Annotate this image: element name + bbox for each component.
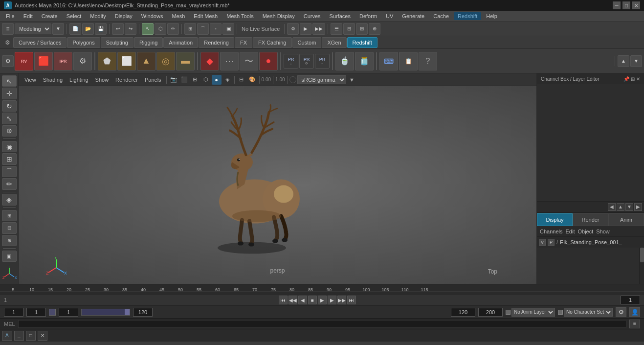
layers-label[interactable]: Channels	[540, 229, 562, 234]
menu-generate[interactable]: Generate	[398, 12, 428, 20]
ch-scroll-left[interactable]: ◀	[608, 203, 616, 211]
menu-surfaces[interactable]: Surfaces	[326, 12, 355, 20]
grid-layout[interactable]: ⊞	[2, 210, 17, 221]
step-back-btn[interactable]: ◀◀	[289, 296, 297, 304]
ch-scroll-right[interactable]: ▶	[634, 203, 642, 211]
ws-fx-caching[interactable]: FX Caching	[253, 37, 291, 48]
menu-modify[interactable]: Modify	[86, 12, 110, 20]
menu-windows[interactable]: Windows	[137, 12, 167, 20]
shelf-poly-cone[interactable]: ▲	[137, 52, 155, 70]
render-settings-btn[interactable]: ⚙	[287, 23, 299, 35]
paint-tool[interactable]: ✏	[2, 178, 17, 189]
ws-animation[interactable]: Animation	[163, 37, 198, 48]
play-forward-btn[interactable]: ▶	[318, 296, 327, 304]
lasso-tool[interactable]: ⌒	[2, 166, 17, 177]
prev-frame-btn[interactable]: ◀	[298, 296, 307, 304]
options-label[interactable]: Object	[577, 229, 593, 234]
range-slider-handle[interactable]	[125, 309, 130, 315]
move-tool[interactable]: ✛	[2, 88, 17, 99]
panel-expand-btn[interactable]: ⊞	[631, 76, 635, 82]
show-manipulator[interactable]: ◈	[2, 194, 17, 205]
lighting-menu[interactable]: Lighting	[67, 77, 91, 83]
workspace-dropdown[interactable]: Modeling	[15, 23, 51, 34]
frame-playback-start-input[interactable]	[26, 308, 46, 317]
frame-selected[interactable]: ⊕	[2, 235, 17, 246]
ws-rigging[interactable]: Rigging	[134, 37, 163, 48]
ws-rendering[interactable]: Rendering	[199, 37, 234, 48]
frame-input[interactable]	[621, 296, 640, 304]
menu-edit[interactable]: Edit	[20, 12, 37, 20]
menu-deform[interactable]: Deform	[355, 12, 381, 20]
new-scene-btn[interactable]: 📄	[69, 23, 81, 35]
tab-anim[interactable]: Anim	[608, 213, 644, 226]
shelf-render-icon[interactable]: 🫙	[355, 52, 374, 70]
rotate-tool[interactable]: ↻	[2, 100, 17, 112]
redo-btn[interactable]: ↪	[125, 23, 136, 35]
shelf-icon-1[interactable]: 🟥	[34, 52, 53, 70]
menu-cache[interactable]: Cache	[429, 12, 453, 20]
workspace-gear-btn[interactable]: ⚙	[2, 37, 13, 48]
gamma-dropdown-arrow[interactable]: ▼	[347, 75, 357, 85]
shelf-pr-btn-1[interactable]: PR↓	[284, 54, 298, 69]
ch-scroll-down[interactable]: ▼	[625, 203, 633, 211]
workspace-dropdown-arrow[interactable]: ▼	[52, 23, 64, 35]
wireframe-toggle[interactable]: ⬡	[201, 75, 211, 85]
snap-tool[interactable]: ⊞	[2, 153, 17, 164]
isolate-toggle[interactable]: ⊟	[237, 75, 246, 85]
snap-surface-btn[interactable]: ▣	[222, 23, 234, 35]
save-scene-btn[interactable]: 💾	[95, 23, 107, 35]
menu-display[interactable]: Display	[111, 12, 136, 20]
shelf-pr-btn-2[interactable]: PR⟳	[299, 54, 314, 69]
shelf-rs-sphere[interactable]: ●	[259, 52, 278, 70]
render-region[interactable]: ▣	[2, 251, 17, 262]
menu-select[interactable]: Select	[63, 12, 86, 20]
playback-end-input[interactable]	[451, 308, 475, 317]
snap-grid-btn[interactable]: ⊞	[184, 23, 196, 35]
color-display[interactable]: 🎨	[247, 75, 257, 85]
go-to-start-btn[interactable]: ⏮	[279, 296, 288, 304]
shelf-rv-icon[interactable]: RV	[15, 52, 33, 70]
ws-redshift[interactable]: Redshift	[347, 37, 378, 48]
ws-fx[interactable]: FX	[235, 37, 252, 48]
shelf-poly-sphere[interactable]: ⬟	[98, 52, 116, 70]
snap-curve-btn[interactable]: ⌒	[197, 23, 209, 35]
mel-options-btn[interactable]: ≡	[629, 320, 640, 328]
universal-manip[interactable]: ⊕	[2, 125, 17, 137]
tab-render[interactable]: Render	[573, 213, 608, 226]
menu-create[interactable]: Create	[38, 12, 62, 20]
settings-toggle[interactable]: ≡	[2, 23, 14, 35]
smooth-shade-all[interactable]: ●	[212, 75, 222, 85]
shelf-rs-red[interactable]: ◆	[200, 52, 219, 70]
channel-box-btn[interactable]: ☰	[331, 23, 342, 35]
menu-mesh[interactable]: Mesh	[168, 12, 189, 20]
layer-vis-p[interactable]: P	[548, 239, 555, 246]
max-frame-input[interactable]	[478, 308, 503, 317]
right-scrollbar[interactable]	[639, 248, 644, 284]
edit-label[interactable]: Edit	[565, 229, 575, 234]
shelf-rs-pipe[interactable]: ⋯	[220, 52, 239, 70]
panel-close-btn[interactable]: ✕	[636, 76, 640, 82]
range-start-display[interactable]	[59, 308, 78, 317]
grid-toggle[interactable]: ⊞	[190, 75, 200, 85]
menu-curves[interactable]: Curves	[300, 12, 325, 20]
next-frame-btn[interactable]: ▶	[328, 296, 336, 304]
menu-mesh-tools[interactable]: Mesh Tools	[222, 12, 257, 20]
shelf-poly-plane[interactable]: ▬	[176, 52, 195, 70]
select-tool[interactable]: ↖	[2, 75, 17, 87]
menu-help[interactable]: Help	[482, 12, 501, 20]
ch-scroll-up[interactable]: ▲	[617, 203, 624, 211]
timeline-ruler[interactable]: 5 10 15 20 25 30 35 40 45 50 55 60 65 70…	[0, 284, 644, 295]
taskbar-minimize-btn[interactable]: _	[14, 331, 24, 341]
lasso-select-btn[interactable]: ⬡	[155, 23, 166, 35]
taskbar-restore-btn[interactable]: □	[26, 331, 36, 341]
render-btn[interactable]: ▶	[300, 23, 311, 35]
frame-start-input[interactable]	[4, 308, 23, 317]
shelf-light-icon[interactable]: 🍵	[335, 52, 354, 70]
layer-name[interactable]: Elk_Standing_Pose_001_	[560, 239, 642, 245]
maximize-button[interactable]: □	[622, 1, 630, 9]
gamma-dropdown[interactable]: sRGB gamma Linear	[297, 75, 346, 84]
show-label[interactable]: Show	[596, 229, 610, 234]
open-scene-btn[interactable]: 📂	[82, 23, 94, 35]
film-gate[interactable]: ⬛	[179, 75, 189, 85]
anim-prefs-btn[interactable]: ⚙	[616, 307, 626, 317]
